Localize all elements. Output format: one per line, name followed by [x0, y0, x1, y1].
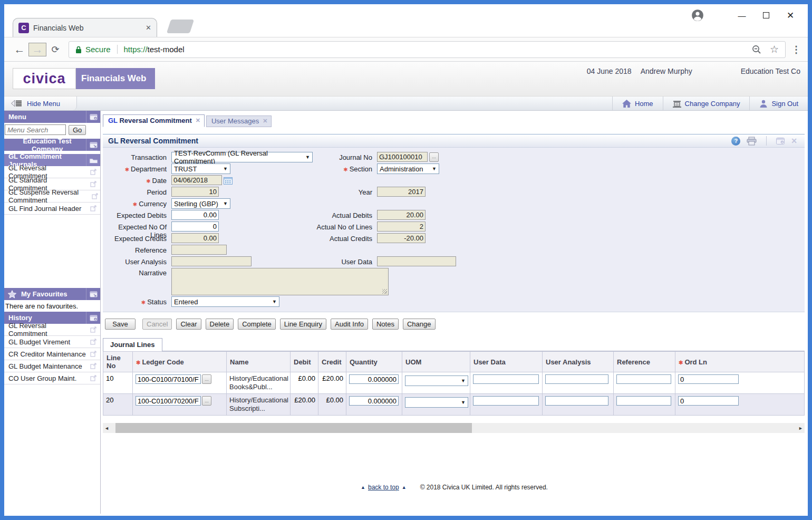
status-select[interactable]: Entered▼ [171, 296, 279, 307]
complete-button[interactable]: Complete [238, 319, 276, 330]
user-data-input[interactable] [473, 374, 539, 384]
help-icon[interactable]: ? [731, 137, 740, 146]
back-to-top-icon: ▲ [361, 485, 365, 490]
expected-no-of-lines-field[interactable] [171, 222, 219, 232]
quantity-input[interactable] [349, 396, 399, 406]
cancel-button: Cancel [142, 319, 172, 330]
tab-gl-reversal-commitment[interactable]: GL Reversal Commitment ✕ [103, 114, 205, 127]
history-item-gl-budget-maintenance[interactable]: GL Budget Maintenance [4, 360, 100, 372]
profile-icon[interactable] [691, 8, 704, 22]
user-analysis-label: User Analysis [103, 258, 170, 266]
ledger-code-input[interactable] [136, 396, 201, 406]
tab-close-icon[interactable]: ✕ [196, 117, 200, 124]
clear-button[interactable]: Clear [176, 319, 201, 330]
open-new-icon[interactable] [90, 193, 100, 199]
line-no-cell: 10 [103, 372, 133, 394]
ledger-code-lookup-button[interactable]: ... [202, 396, 211, 406]
section-select[interactable]: Administration▼ [377, 163, 439, 174]
scroll-right-icon[interactable]: ► [797, 426, 805, 431]
panel-close-icon[interactable]: ✕ [791, 137, 797, 145]
uom-select[interactable]: ▼ [405, 375, 468, 386]
open-new-icon[interactable] [86, 375, 100, 381]
reference-input[interactable] [616, 396, 671, 406]
expected-debits-field[interactable] [171, 210, 219, 220]
reference-input[interactable] [616, 374, 671, 384]
open-new-icon[interactable] [86, 351, 100, 357]
reload-icon[interactable]: ⟳ [46, 44, 64, 55]
sidebar-item-gl-find-journal-header[interactable]: GL Find Journal Header [4, 203, 100, 215]
bookmark-star-icon[interactable]: ☆ [770, 43, 779, 55]
open-new-icon[interactable] [86, 326, 100, 333]
home-button[interactable]: Home [612, 97, 663, 110]
address-bar[interactable]: Secure https://test-model ☆ [69, 41, 786, 58]
new-tab-button[interactable] [167, 20, 194, 33]
change-button[interactable]: Change [403, 319, 436, 330]
back-to-top-link[interactable]: ▲ back to top ▲ [361, 484, 407, 491]
window-icon[interactable] [776, 138, 785, 145]
folder-icon[interactable] [86, 154, 100, 166]
gl-reversal-commitment-panel: GL Reversal Commitment ? ✕ Transaction [103, 134, 805, 312]
save-button[interactable]: Save [105, 319, 136, 330]
menu-search-input[interactable] [5, 124, 66, 135]
ledger-code-input[interactable] [136, 374, 201, 384]
currency-label: ✱Currency [103, 200, 170, 208]
ledger-code-lookup-button[interactable]: ... [202, 374, 211, 384]
open-new-icon[interactable] [86, 363, 100, 369]
print-icon[interactable] [747, 137, 757, 146]
scroll-left-icon[interactable]: ◄ [103, 426, 111, 431]
tab-close-icon[interactable]: ✕ [263, 118, 267, 124]
horizontal-scrollbar[interactable]: ◄ ► [103, 423, 805, 433]
line-enquiry-button[interactable]: Line Enquiry [280, 319, 326, 330]
zoom-icon[interactable] [752, 45, 761, 54]
open-new-icon[interactable] [86, 181, 100, 187]
notes-button[interactable]: Notes [372, 319, 399, 330]
user-name: Andrew Murphy [641, 67, 692, 75]
menu-search-go-button[interactable]: Go [69, 125, 86, 135]
maximize-button[interactable] [754, 11, 778, 20]
hide-menu-button[interactable]: Hide Menu [4, 97, 77, 110]
history-item-gl-reversal-commitment[interactable]: GL Reversal Commitment [4, 324, 100, 336]
browser-tab[interactable]: C Financials Web ✕ [13, 18, 157, 37]
ord-ln-input[interactable] [678, 374, 739, 384]
user-analysis-field [171, 256, 252, 266]
menu-dots-icon[interactable]: ⋮ [791, 44, 801, 55]
window-icon[interactable] [86, 111, 100, 123]
user-analysis-input[interactable] [545, 374, 608, 384]
open-new-icon[interactable] [86, 169, 100, 175]
window-icon[interactable] [86, 288, 100, 300]
history-item-gl-budget-virement[interactable]: GL Budget Virement [4, 336, 100, 348]
window-icon[interactable] [86, 312, 100, 324]
ord-ln-input[interactable] [678, 396, 739, 406]
history-item-co-user-group-maint[interactable]: CO User Group Maint. [4, 372, 100, 384]
quantity-input[interactable] [349, 374, 399, 384]
browser-tab-title: Financials Web [33, 24, 141, 32]
change-company-button[interactable]: Change Company [663, 97, 750, 110]
sidebar: Menu Go Education Test Company GL Commit… [4, 111, 101, 514]
open-new-icon[interactable] [86, 205, 100, 211]
audit-info-button[interactable]: Audit Info [331, 319, 368, 330]
currency-select[interactable]: Sterling (GBP)▼ [171, 198, 230, 209]
user-data-input[interactable] [473, 396, 539, 406]
open-new-icon[interactable] [86, 339, 100, 345]
journal-no-lookup-button[interactable]: ... [429, 152, 439, 162]
calendar-icon[interactable] [224, 176, 233, 185]
sign-out-button[interactable]: Sign Out [749, 97, 808, 110]
dropdown-arrow-icon: ▼ [223, 201, 228, 206]
journal-lines-tab[interactable]: Journal Lines [103, 338, 162, 351]
user-analysis-input[interactable] [545, 396, 608, 406]
date-field[interactable] [171, 175, 222, 185]
uom-select[interactable]: ▼ [405, 397, 468, 408]
department-select[interactable]: TRUST▼ [171, 163, 230, 174]
tab-close-icon[interactable]: ✕ [146, 24, 151, 32]
back-icon[interactable]: ← [11, 43, 28, 56]
sidebar-item-gl-suspense-reversal-commitment[interactable]: GL Suspense Reversal Commitment [4, 190, 100, 203]
history-item-cr-creditor-maintenance[interactable]: CR Creditor Maintenance [4, 348, 100, 360]
minimize-button[interactable]: — [730, 11, 754, 20]
forward-icon[interactable]: → [28, 43, 46, 56]
tab-user-messages[interactable]: User Messages ✕ [206, 115, 272, 127]
col-ord-ln: ✱Ord Ln [675, 352, 805, 372]
close-button[interactable]: ✕ [778, 10, 803, 21]
delete-button[interactable]: Delete [206, 319, 234, 330]
window-icon[interactable] [86, 139, 100, 151]
scrollbar-thumb[interactable] [115, 423, 472, 433]
